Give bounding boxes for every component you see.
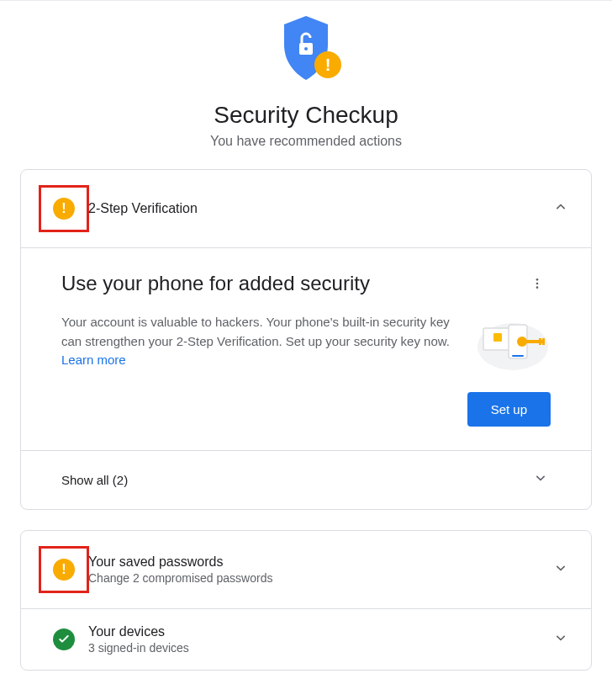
- setup-button[interactable]: Set up: [467, 392, 551, 427]
- page-subtitle: You have recommended actions: [0, 134, 612, 149]
- more-options-button[interactable]: [524, 272, 551, 298]
- twostep-card: ! 2-Step Verification Use your phone for…: [20, 169, 592, 510]
- kebab-icon: [530, 277, 544, 290]
- highlight-box: !: [39, 546, 89, 593]
- show-all-row[interactable]: Show all (2): [21, 450, 591, 509]
- svg-point-1: [304, 47, 308, 50]
- svg-point-4: [536, 286, 539, 289]
- warning-icon: !: [53, 198, 75, 220]
- check-icon: [53, 628, 75, 650]
- devices-row[interactable]: Your devices 3 signed-in devices: [21, 608, 591, 670]
- svg-rect-13: [512, 355, 524, 357]
- other-sections-card: ! Your saved passwords Change 2 compromi…: [20, 530, 592, 671]
- chevron-down-icon: [530, 469, 551, 491]
- passwords-row[interactable]: ! Your saved passwords Change 2 compromi…: [21, 531, 591, 608]
- twostep-header-row[interactable]: ! 2-Step Verification: [21, 170, 591, 247]
- passwords-sub: Change 2 compromised passwords: [88, 571, 551, 585]
- shield-illustration: !: [279, 14, 333, 85]
- body-title: Use your phone for added security: [61, 272, 524, 295]
- chevron-up-icon: [551, 199, 571, 220]
- show-all-label: Show all (2): [61, 473, 530, 487]
- highlight-box: !: [39, 185, 89, 232]
- twostep-title: 2-Step Verification: [88, 201, 551, 216]
- svg-rect-7: [493, 333, 502, 342]
- svg-point-2: [536, 278, 539, 281]
- learn-more-link[interactable]: Learn more: [61, 353, 126, 367]
- phone-key-illustration: [475, 313, 551, 372]
- devices-title: Your devices: [88, 624, 551, 639]
- svg-rect-12: [542, 338, 545, 345]
- warning-icon: !: [53, 559, 75, 581]
- svg-rect-11: [539, 338, 541, 345]
- page-title: Security Checkup: [0, 102, 612, 129]
- body-paragraph: Your account is valuable to hackers. You…: [61, 313, 455, 372]
- chevron-down-icon: [551, 629, 571, 650]
- chevron-down-icon: [551, 559, 571, 581]
- alert-badge-icon: !: [314, 51, 341, 78]
- page-header: ! Security Checkup You have recommended …: [0, 0, 612, 169]
- svg-point-3: [536, 283, 539, 285]
- twostep-body: Use your phone for added security Your a…: [21, 247, 591, 450]
- devices-sub: 3 signed-in devices: [88, 641, 551, 655]
- passwords-title: Your saved passwords: [88, 554, 551, 570]
